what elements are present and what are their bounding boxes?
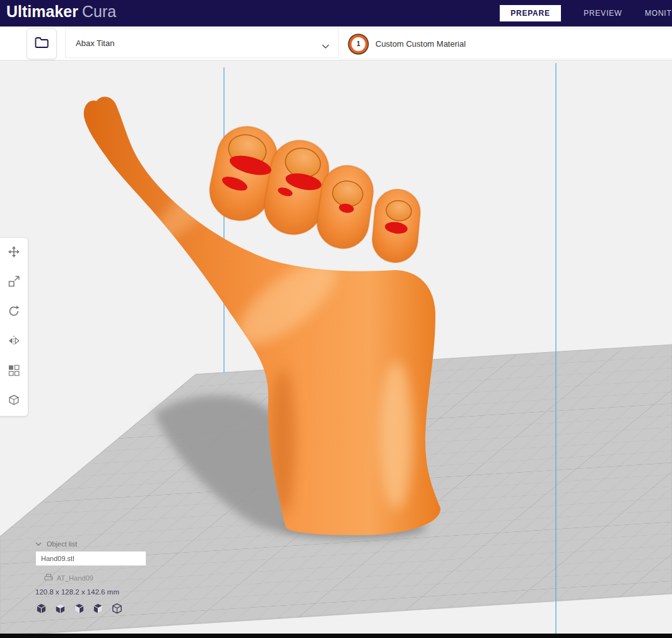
cube-outline-icon[interactable] bbox=[111, 603, 123, 617]
printer-icon bbox=[44, 574, 53, 582]
material-name: Custom Custom Material bbox=[375, 39, 466, 49]
scale-tool-button[interactable] bbox=[0, 268, 28, 297]
open-file-button[interactable] bbox=[27, 28, 57, 59]
mirror-tool-button[interactable] bbox=[0, 327, 28, 357]
chevron-down-icon bbox=[35, 540, 42, 548]
move-icon bbox=[8, 245, 20, 261]
chevron-down-icon bbox=[322, 42, 329, 51]
scale-icon bbox=[8, 275, 20, 290]
extruder-1-icon: 1 bbox=[349, 35, 368, 54]
rotate-icon bbox=[8, 305, 20, 320]
tab-preview[interactable]: PREVIEW bbox=[584, 9, 622, 18]
move-tool-button[interactable] bbox=[0, 238, 28, 268]
tool-panel bbox=[0, 237, 28, 416]
object-list-toggle[interactable]: Object list bbox=[35, 540, 168, 548]
object-name-field[interactable] bbox=[35, 551, 146, 566]
cura-window: UltimakerCura PREPARE PREVIEW MONITOR Ab… bbox=[0, 0, 672, 638]
object-list-panel: Object list AT_Hand09 120.8 x 128.2 x 14… bbox=[35, 540, 168, 617]
bottom-bar bbox=[0, 634, 672, 638]
brand-cura: Cura bbox=[82, 3, 116, 20]
cube-right-icon[interactable] bbox=[92, 603, 104, 617]
app-header: UltimakerCura PREPARE PREVIEW MONITOR bbox=[0, 0, 672, 27]
tab-monitor[interactable]: MONITOR bbox=[645, 9, 672, 18]
app-logo: UltimakerCura bbox=[6, 3, 116, 21]
printer-name: Abax Titan bbox=[76, 38, 114, 48]
mirror-icon bbox=[8, 334, 20, 350]
per-model-settings-button[interactable] bbox=[0, 357, 28, 386]
model-dimensions: 120.8 x 128.2 x 142.6 mm bbox=[35, 588, 168, 596]
assigned-printer-label: AT_Hand09 bbox=[57, 574, 93, 582]
printer-selector[interactable]: Abax Titan bbox=[65, 28, 339, 58]
material-selector[interactable]: 1 Custom Custom Material bbox=[339, 28, 672, 59]
tab-prepare[interactable]: PREPARE bbox=[500, 5, 561, 21]
rotate-tool-button[interactable] bbox=[0, 297, 28, 327]
cube-top-icon[interactable] bbox=[54, 603, 66, 617]
brand-ultimaker: Ultimaker bbox=[6, 3, 78, 20]
assigned-printer-row: AT_Hand09 bbox=[44, 574, 168, 582]
cube-solid-icon[interactable] bbox=[35, 603, 47, 617]
support-blocker-icon bbox=[8, 394, 20, 409]
model-icons-row bbox=[35, 603, 168, 617]
per-model-settings-icon bbox=[8, 364, 20, 379]
folder-icon bbox=[35, 37, 49, 51]
cube-left-icon[interactable] bbox=[73, 603, 85, 617]
stage-menu: PREPARE PREVIEW MONITOR bbox=[500, 0, 672, 27]
extruder-number: 1 bbox=[357, 40, 360, 47]
object-list-title: Object list bbox=[47, 540, 77, 548]
support-blocker-button[interactable] bbox=[0, 386, 28, 416]
